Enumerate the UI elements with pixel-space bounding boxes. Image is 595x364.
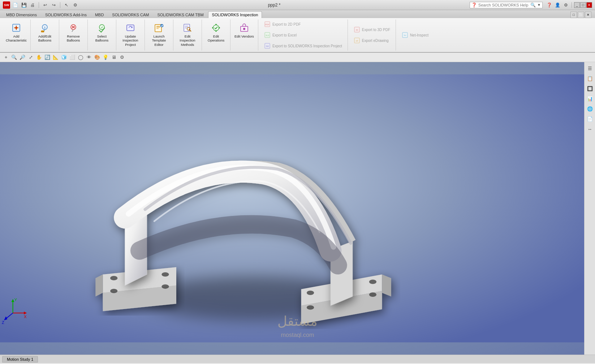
window-controls: _ □ ✕ [574,2,592,8]
secondary-scene[interactable]: 🖥 [110,54,117,61]
edit-vendors-button[interactable]: Edit Vendors [232,20,256,40]
quick-access-undo[interactable]: ↩ [42,1,49,9]
ribbon-group-remove-balloons: Remove Balloons [59,20,88,51]
ribbon-group-export-right: 3D Export to 3D PDF eD Export eDrawing [348,20,396,51]
edit-inspection-methods-icon [182,22,193,34]
ribbon-tabs: MBD Dimensions SOLIDWORKS Add-Ins MBD SO… [0,10,595,18]
tab-min-btn[interactable]: □ [570,12,577,18]
ribbon-group-add-characteristic: Add Characteristic [2,20,31,51]
secondary-lighting[interactable]: 💡 [102,54,109,61]
close-btn[interactable]: ✕ [586,2,592,8]
motion-study-tab[interactable]: Motion Study 1 [2,356,38,363]
export-excel-icon: XLS [264,31,271,39]
secondary-view-cube[interactable]: 🧊 [60,54,68,61]
add-edit-balloons-button[interactable]: 1 Add/Edit Balloons [32,20,57,44]
tab-solidworks-inspection[interactable]: SOLIDWORKS Inspection [208,11,262,18]
export-2d-pdf-button[interactable]: PDF Export to 2D PDF [261,19,345,29]
account-btn[interactable]: 👤 [554,1,561,9]
export-sw-project-button[interactable]: SW Export to SOLIDWORKS Inspection Proje… [261,41,345,51]
rp-configuration[interactable]: 🔲 [585,84,595,93]
secondary-zoom-out[interactable]: 🔎 [19,54,26,61]
svg-point-28 [212,27,214,29]
export-3d-pdf-button[interactable]: 3D Export to 3D PDF [351,25,393,35]
remove-balloons-label: Remove Balloons [63,34,83,43]
search-dropdown-icon[interactable]: ▼ [537,3,541,7]
restore-btn[interactable]: □ [580,2,586,8]
secondary-display-style[interactable]: ◯ [77,54,84,61]
rp-custom-props[interactable]: 📄 [585,114,595,124]
secondary-zoom-to-fit[interactable]: ⌖ [2,54,9,61]
secondary-view-setting[interactable]: ⚙ [118,54,126,61]
help-icon: ❓ [471,3,477,8]
search-box[interactable]: ❓ 🔍 ▼ [470,2,543,8]
tab-restore-btn[interactable]: ⬜ [578,12,584,18]
add-characteristic-button[interactable]: Add Characteristic [4,20,29,44]
minimize-btn[interactable]: _ [574,2,580,8]
search-input[interactable] [478,3,529,7]
help-btn[interactable]: ❓ [546,1,553,9]
select-balloons-button[interactable]: ✓ Select Balloons [89,20,115,44]
secondary-pan[interactable]: ✋ [35,54,43,61]
edit-operations-button[interactable]: Edit Operations [203,20,229,44]
secondary-zoom-area[interactable]: ⤢ [27,54,34,61]
launch-template-buttons: Launch Template Editor [146,20,172,50]
add-edit-balloons-icon: 1 [39,22,51,34]
export-edrawing-button[interactable]: eD Export eDrawing [351,35,393,46]
right-panel: ☰ 📋 🔲 📊 🌐 📄 ↔ [584,62,595,355]
edit-operations-icon [210,22,222,34]
net-inspect-button[interactable]: Net Net-Inspect [399,30,431,40]
secondary-section[interactable]: 📐 [52,54,59,61]
edit-vendors-label: Edit Vendors [234,34,254,38]
svg-point-26 [215,24,217,25]
quick-access-print[interactable]: 🖨 [29,1,36,9]
svg-point-52 [161,272,169,277]
secondary-hide-show[interactable]: 👁 [85,54,92,61]
ribbon-group-edit-methods: Edit Inspection Methods [173,20,202,51]
secondary-toolbar: ⌖ 🔍 🔎 ⤢ ✋ 🔄 📐 🧊 ⬜ ◯ 👁 🎨 💡 🖥 ⚙ [0,53,595,62]
svg-point-3 [15,27,17,29]
rp-feature-tree[interactable]: ☰ [585,64,595,73]
tab-solidworks-cam[interactable]: SOLIDWORKS CAM [108,11,153,18]
rp-display-manager[interactable]: 📊 [585,94,595,103]
secondary-zoom-in[interactable]: 🔍 [10,54,18,61]
tab-mbd-dimensions[interactable]: MBD Dimensions [2,11,41,18]
svg-point-31 [243,28,245,30]
remove-balloons-button[interactable]: Remove Balloons [61,20,86,44]
quick-access-save[interactable]: 💾 [20,1,27,9]
wc-sep [572,2,572,8]
quick-access-redo[interactable]: ↪ [50,1,57,9]
add-edit-balloons-label: Add/Edit Balloons [35,34,55,43]
add-characteristic-buttons: Add Characteristic [4,20,29,50]
rp-property-manager[interactable]: 📋 [585,74,595,83]
ribbon-group-launch-template: Launch Template Editor [145,20,173,51]
update-inspection-buttons: Update Inspection Project [118,20,143,50]
quick-access-cursor[interactable]: ↖ [63,1,70,9]
svg-point-51 [110,289,117,293]
add-edit-balloons-buttons: 1 Add/Edit Balloons [32,20,57,50]
svg-rect-7 [41,31,44,32]
launch-template-button[interactable]: Launch Template Editor [146,20,172,48]
rp-expand[interactable]: ↔ [585,124,595,134]
secondary-standard-views[interactable]: ⬜ [69,54,76,61]
quick-access-options[interactable]: ⚙ [72,1,79,9]
update-inspection-button[interactable]: Update Inspection Project [118,20,143,48]
secondary-rotate[interactable]: 🔄 [44,54,51,61]
svg-text:3D: 3D [356,29,358,31]
svg-point-58 [307,291,314,295]
tab-mbd[interactable]: MBD [91,11,108,18]
quick-access-new[interactable]: 📄 [12,1,19,9]
settings-btn[interactable]: ⚙ [562,1,569,9]
secondary-appearance[interactable]: 🎨 [94,54,101,61]
search-icon[interactable]: 🔍 [530,3,536,8]
svg-text:Y: Y [14,298,17,302]
export-excel-button[interactable]: XLS Export to Excel [261,30,345,40]
rp-appearances[interactable]: 🌐 [585,104,595,113]
svg-point-61 [369,292,376,297]
tab-solidworks-cam-tbm[interactable]: SOLIDWORKS CAM TBM [153,11,207,18]
tab-close-btn[interactable]: ✕ [585,12,591,18]
svg-point-50 [110,276,117,280]
svg-text:1: 1 [44,26,46,29]
ribbon-group-update-inspection: Update Inspection Project [116,20,145,51]
edit-inspection-methods-button[interactable]: Edit Inspection Methods [175,20,200,48]
tab-solidworks-addins[interactable]: SOLIDWORKS Add-Ins [41,11,91,18]
